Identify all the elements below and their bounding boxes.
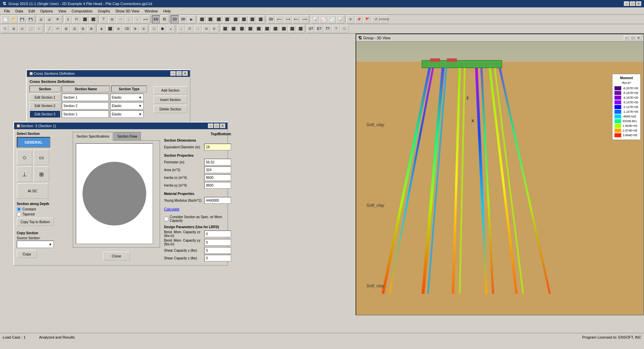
section3-minimize[interactable]: ─ (208, 123, 213, 128)
tb2-select[interactable]: ⊙ (18, 25, 26, 33)
menu-view[interactable]: View (56, 8, 69, 14)
tb-r3[interactable]: ⬛ (215, 15, 223, 23)
tb-r8[interactable]: ⬛ (257, 15, 265, 23)
tb2-l1[interactable]: ⬡ (150, 25, 158, 33)
tb2-node[interactable]: ⊕ (10, 25, 18, 33)
tb-cross[interactable]: ✛ (346, 15, 355, 23)
tb-arr2[interactable]: ⟶ (284, 15, 292, 23)
tb-update[interactable]: UPDATE (380, 15, 388, 23)
tb-r5[interactable]: ⬛ (231, 15, 239, 23)
cross-sections-minimize[interactable]: ─ (170, 71, 176, 76)
tb-3d[interactable]: 3D (179, 15, 187, 23)
tb2-r9[interactable]: ⬛ (288, 25, 296, 33)
restore-btn[interactable]: □ (630, 1, 635, 6)
general-btn[interactable]: GENERAL (17, 137, 50, 148)
tb-load3[interactable]: ⟺ (142, 15, 150, 23)
tb-spring[interactable]: 〰 (116, 15, 124, 23)
edit-section-2-btn[interactable]: Edit Section 2 (30, 102, 60, 109)
tb2-pen[interactable]: ✏ (54, 25, 62, 33)
section3-close-x[interactable]: ✕ (220, 123, 225, 128)
tab-specs[interactable]: Section Specifications (73, 132, 113, 141)
tb2-q3[interactable]: T? (324, 25, 332, 33)
tb-graph2[interactable]: 📈 (319, 15, 327, 23)
source-section-select[interactable]: ▼ (17, 241, 54, 248)
3d-view-restore[interactable]: □ (630, 36, 635, 40)
tb-h[interactable]: H (72, 15, 80, 23)
tb2-update2[interactable]: ⓘ (340, 25, 348, 33)
tb2-q2[interactable]: E? (315, 25, 323, 33)
tb-arr4[interactable]: ⟶ (301, 15, 309, 23)
menu-graphs[interactable]: Graphs (95, 8, 113, 14)
tb2-cursor[interactable]: ↖ (1, 25, 9, 33)
tb2-circ[interactable]: ○ (35, 25, 43, 33)
copy-btn[interactable]: Copy (17, 250, 37, 258)
section-2-type[interactable]: Elastic▼ (110, 102, 144, 109)
tb-graph4[interactable]: 📊 (336, 15, 344, 23)
tb-info[interactable]: ℹ (64, 15, 72, 23)
tb-cap[interactable]: ⬛ (89, 15, 97, 23)
close-btn[interactable]: Close (103, 252, 130, 260)
equiv-diam-input[interactable] (204, 144, 231, 150)
tb2-r5[interactable]: ⬛ (255, 25, 263, 33)
constant-radio[interactable] (17, 207, 21, 211)
tb2-r8[interactable]: ⬛ (280, 25, 288, 33)
3d-view-minimize[interactable]: ─ (624, 36, 629, 40)
section-3-type[interactable]: Elastic▼ (110, 110, 144, 118)
tb-2d[interactable]: 2D (171, 15, 179, 23)
tb2-dist2[interactable]: ⫷ (202, 25, 210, 33)
tb2-del[interactable]: ⌫ (123, 25, 131, 33)
tb2-q4[interactable]: ? (332, 25, 340, 33)
tb2-sym[interactable]: ⊗ (114, 25, 122, 33)
menu-window[interactable]: Window (142, 8, 160, 14)
tb2-q1[interactable]: U? (307, 25, 315, 33)
tb-r4[interactable]: ⬛ (223, 15, 231, 23)
tb-si[interactable]: SI (160, 15, 168, 23)
insert-section-btn[interactable]: Insert Section (154, 96, 187, 104)
tb-t1[interactable]: T (100, 15, 108, 23)
tb-load[interactable]: ↓ (125, 15, 133, 23)
tb-grid[interactable]: ⊞ (108, 15, 116, 23)
tb-print2[interactable]: 🖨 (45, 15, 53, 23)
tab-draw[interactable]: Section Draw (114, 132, 141, 141)
tb2-r7[interactable]: ⬛ (271, 25, 279, 33)
rect-section-btn[interactable]: ▭ (34, 150, 49, 165)
tb-flag[interactable]: 🚩 (363, 15, 371, 23)
tb2-mom[interactable]: ↺ (185, 25, 194, 33)
close-btn[interactable]: ✕ (636, 1, 641, 6)
aisc-section-btn[interactable]: AI SC (17, 183, 48, 199)
tapered-radio[interactable] (17, 212, 21, 216)
tb-save2[interactable]: 💾 (26, 15, 35, 23)
calculate-link[interactable]: Calculate (164, 207, 231, 211)
menu-file[interactable]: File (1, 8, 13, 14)
tb2-dist3[interactable]: ⫸ (211, 25, 219, 33)
menu-data[interactable]: Data (13, 8, 26, 14)
tb-r7[interactable]: ⬛ (248, 15, 256, 23)
tb2-r10[interactable]: ⬛ (297, 25, 305, 33)
tb-pile[interactable]: ⬛ (81, 15, 89, 23)
tb-arr1[interactable]: ⟵ (275, 15, 283, 23)
tb-play[interactable]: ▶ (187, 15, 196, 23)
consider-spec-checkbox[interactable] (164, 217, 168, 221)
tb2-hv[interactable]: ⊞ (79, 25, 87, 33)
add-section-btn[interactable]: Add Section (154, 86, 187, 94)
menu-computation[interactable]: Computation (69, 8, 95, 14)
minimize-btn[interactable]: ─ (624, 1, 629, 6)
tb-preview[interactable]: 👁 (54, 15, 62, 23)
tb2-r6[interactable]: ⬛ (263, 25, 271, 33)
tb2-r3[interactable]: ⬛ (238, 25, 246, 33)
tb2-line[interactable]: ╱ (45, 25, 53, 33)
tb2-r1[interactable]: ⬛ (221, 25, 229, 33)
tb2-box[interactable]: ⬛ (106, 25, 114, 33)
tb-r2[interactable]: ⬛ (206, 15, 214, 23)
menu-options[interactable]: Options (38, 8, 56, 14)
tb2-dist[interactable]: ⫶ (194, 25, 202, 33)
tb2-rect[interactable]: ⬚ (26, 25, 35, 33)
edit-section-3-btn[interactable]: Edit Section 3 (30, 110, 60, 118)
menu-help[interactable]: Help (160, 8, 173, 14)
section3-restore[interactable]: □ (214, 123, 219, 128)
tb2-mark[interactable]: ◈ (98, 25, 106, 33)
cross-sections-close[interactable]: ✕ (182, 71, 188, 76)
tb-3d2[interactable]: 3D (267, 15, 275, 23)
tb-graph3[interactable]: 📉 (328, 15, 336, 23)
tb2-grid2[interactable]: ⊞ (87, 25, 95, 33)
